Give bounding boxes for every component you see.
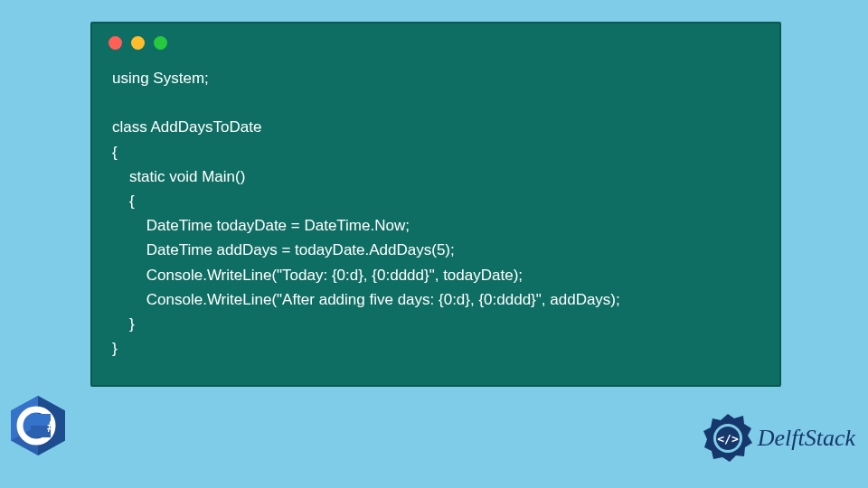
code-content: using System; class AddDaysToDate { stat… — [92, 57, 779, 370]
window-traffic-lights — [92, 23, 779, 57]
delftstack-badge-icon: </> — [702, 412, 754, 465]
maximize-icon — [154, 36, 167, 50]
code-line: static void Main() — [112, 168, 245, 185]
csharp-logo-icon: # — [11, 396, 65, 455]
code-line: DateTime addDays = todayDate.AddDays(5); — [112, 241, 455, 258]
minimize-icon — [131, 36, 145, 50]
close-icon — [108, 36, 122, 50]
code-window: using System; class AddDaysToDate { stat… — [90, 22, 781, 387]
code-line: } — [112, 315, 135, 333]
svg-text:</>: </> — [717, 432, 739, 446]
delftstack-logo: </> DelftStack — [702, 412, 855, 465]
code-line: } — [112, 340, 118, 357]
code-line: Console.WriteLine("After adding five day… — [112, 291, 620, 308]
code-line: using System; — [112, 70, 209, 87]
code-line: Console.WriteLine("Today: {0:d}, {0:dddd… — [112, 267, 523, 284]
delftstack-text: DelftStack — [758, 425, 855, 452]
svg-text:#: # — [47, 419, 55, 435]
code-line: { — [112, 192, 135, 210]
code-line: class AddDaysToDate — [112, 118, 261, 136]
code-line: DateTime todayDate = DateTime.Now; — [112, 217, 410, 234]
code-line: { — [112, 144, 118, 161]
